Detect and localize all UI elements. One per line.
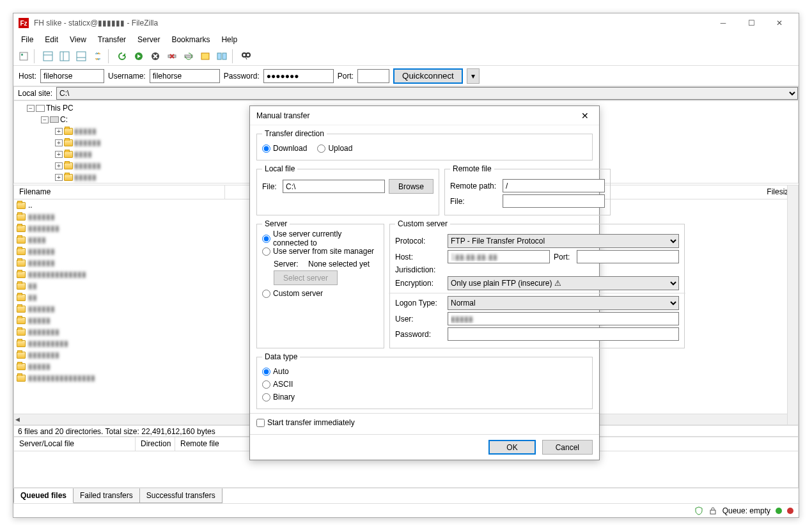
cancel-button[interactable]: Cancel xyxy=(542,440,593,455)
host-label: Host: xyxy=(19,72,36,81)
local-file-input[interactable] xyxy=(283,180,385,193)
logon-type-select[interactable]: Normal xyxy=(448,296,679,310)
sync-browse-icon[interactable] xyxy=(90,49,105,64)
select-server-button[interactable]: Select server xyxy=(274,270,338,285)
folder-icon xyxy=(17,202,26,209)
quickconnect-button[interactable]: Quickconnect xyxy=(393,68,463,84)
menu-server[interactable]: Server xyxy=(132,34,165,45)
quickconnect-bar: Host: Username: Password: Port: Quickcon… xyxy=(13,66,799,86)
queue-tabs: Queued files Failed transfers Successful… xyxy=(13,488,799,503)
col-filename[interactable]: Filename xyxy=(14,185,225,199)
local-file-label: File: xyxy=(262,182,279,191)
sitemanager-icon[interactable] xyxy=(16,49,31,64)
refresh-icon[interactable] xyxy=(114,49,130,64)
pc-icon xyxy=(36,105,45,112)
tab-queued[interactable]: Queued files xyxy=(13,488,74,503)
folder-icon xyxy=(64,151,73,158)
menu-bookmarks[interactable]: Bookmarks xyxy=(166,34,215,45)
toggle-log-icon[interactable] xyxy=(40,49,56,64)
menu-help[interactable]: Help xyxy=(216,34,242,45)
remote-file-label: File: xyxy=(450,197,499,206)
svg-rect-13 xyxy=(217,53,221,59)
tree-node[interactable]: This PC xyxy=(46,104,74,113)
custom-port-input[interactable] xyxy=(577,250,679,263)
status-dot-red xyxy=(787,508,793,514)
radio-auto[interactable]: Auto xyxy=(262,365,587,378)
radio-download[interactable]: Download xyxy=(262,142,307,155)
vertical-scrollbar[interactable] xyxy=(787,185,798,425)
app-icon: Fz xyxy=(19,18,29,28)
compare-icon[interactable] xyxy=(214,49,230,64)
reconnect-icon[interactable] xyxy=(181,49,196,64)
menu-view[interactable]: View xyxy=(65,34,91,45)
expand-icon[interactable]: − xyxy=(41,116,49,123)
menu-transfer[interactable]: Transfer xyxy=(93,34,131,45)
data-type-group: Data type Auto ASCII Binary xyxy=(256,352,593,409)
password-label: Password: xyxy=(224,72,260,81)
shield-icon xyxy=(694,506,703,515)
radio-server-site[interactable]: Use server from site manager xyxy=(262,245,379,258)
browse-button[interactable]: Browse xyxy=(389,179,433,194)
toggle-queue-icon[interactable] xyxy=(74,49,89,64)
custom-user-input[interactable] xyxy=(448,312,679,325)
cancel-icon[interactable] xyxy=(148,49,163,64)
custom-host-input[interactable] xyxy=(448,250,550,263)
remote-file-input[interactable] xyxy=(503,194,605,208)
folder-icon xyxy=(17,340,26,347)
svg-rect-2 xyxy=(43,52,52,61)
expand-icon[interactable]: − xyxy=(27,105,35,112)
window-title: FH slike - staticx@▮▮▮▮▮▮ - FileZilla xyxy=(34,19,709,27)
expand-icon[interactable]: + xyxy=(55,139,63,146)
folder-icon xyxy=(17,225,26,232)
username-input[interactable] xyxy=(150,69,220,83)
menu-file[interactable]: File xyxy=(16,34,38,45)
filter-icon[interactable] xyxy=(198,49,213,64)
svg-rect-11 xyxy=(185,55,192,58)
search-icon[interactable] xyxy=(238,49,254,64)
close-button[interactable]: ✕ xyxy=(765,13,793,33)
protocol-select[interactable]: FTP - File Transfer Protocol xyxy=(448,234,679,248)
expand-icon[interactable]: + xyxy=(55,174,63,181)
minimize-button[interactable]: ─ xyxy=(709,13,737,33)
dialog-buttons: OK Cancel xyxy=(250,435,599,460)
expand-icon[interactable]: + xyxy=(55,162,63,169)
maximize-button[interactable]: ☐ xyxy=(737,13,765,33)
folder-icon xyxy=(17,248,26,255)
host-input[interactable] xyxy=(40,69,104,83)
folder-icon xyxy=(17,260,26,267)
titlebar: Fz FH slike - staticx@▮▮▮▮▮▮ - FileZilla… xyxy=(13,13,799,33)
local-site-select[interactable]: C:\ xyxy=(56,87,798,100)
local-file-group: Local file File: Browse xyxy=(256,164,439,215)
col-direction[interactable]: Direction xyxy=(136,437,175,451)
ok-button[interactable]: OK xyxy=(488,440,535,455)
port-input[interactable] xyxy=(357,69,389,83)
local-site-bar: Local site: C:\ xyxy=(13,86,799,100)
start-immediately-checkbox[interactable]: Start transfer immediately xyxy=(256,416,593,429)
tab-successful[interactable]: Successful transfers xyxy=(139,488,223,503)
remote-path-input[interactable] xyxy=(503,179,605,192)
svg-rect-0 xyxy=(20,52,27,60)
username-label: Username: xyxy=(108,72,146,81)
dialog-close-button[interactable]: ✕ xyxy=(577,111,593,121)
menu-edit[interactable]: Edit xyxy=(40,34,63,45)
tree-node[interactable]: C: xyxy=(60,115,68,124)
folder-icon xyxy=(64,174,73,181)
expand-icon[interactable]: + xyxy=(55,151,63,158)
tab-failed[interactable]: Failed transfers xyxy=(73,488,140,503)
radio-server-current[interactable]: Use server currently connected to xyxy=(262,232,379,245)
custom-pass-input[interactable] xyxy=(448,327,679,341)
process-queue-icon[interactable] xyxy=(131,49,146,64)
toggle-tree-icon[interactable] xyxy=(57,49,72,64)
radio-server-custom[interactable]: Custom server xyxy=(262,287,379,300)
quickconnect-dropdown[interactable]: ▾ xyxy=(467,68,480,84)
encryption-select[interactable]: Only use plain FTP (insecure) ⚠ xyxy=(448,276,679,290)
radio-ascii[interactable]: ASCII xyxy=(262,378,587,391)
disconnect-icon[interactable] xyxy=(164,49,180,64)
password-input[interactable] xyxy=(263,69,334,83)
col-server-local[interactable]: Server/Local file xyxy=(14,437,136,451)
folder-icon xyxy=(17,283,26,290)
transfer-direction-group: Transfer direction Download Upload xyxy=(256,129,593,160)
radio-upload[interactable]: Upload xyxy=(317,142,352,155)
expand-icon[interactable]: + xyxy=(55,128,63,135)
radio-binary[interactable]: Binary xyxy=(262,391,587,403)
